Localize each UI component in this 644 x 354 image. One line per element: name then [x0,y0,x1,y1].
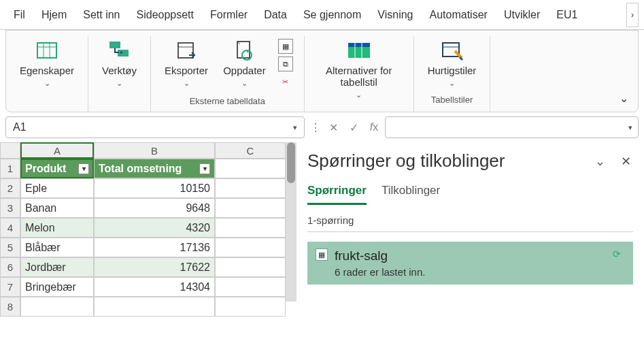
row-header[interactable]: 8 [0,297,20,317]
name-box[interactable]: A1 ▾ [5,116,305,138]
quick-styles-icon [439,39,466,62]
row-header[interactable]: 6 [0,257,20,277]
cell[interactable]: Melon [20,218,94,238]
cell[interactable]: Jordbær [20,257,94,277]
cell[interactable]: Bringebær [20,277,94,297]
cell[interactable] [215,198,286,218]
cell[interactable] [215,277,286,297]
tab-queries[interactable]: Spørringer [307,184,367,205]
select-all-corner[interactable] [0,142,20,159]
col-header[interactable]: C [215,142,286,159]
tab-utvikler[interactable]: Utvikler [496,2,548,28]
cancel-formula-button[interactable]: ✕ [326,120,340,134]
formula-bar[interactable]: ▾ [385,116,639,138]
row-header[interactable]: 1 [0,159,20,178]
row-header[interactable]: 2 [0,178,20,198]
small-browser-button[interactable]: ⧉ [278,57,293,71]
tab-se-gjennom[interactable]: Se gjennom [295,2,369,28]
export-button[interactable]: Eksporter ⌄ [159,36,214,92]
tab-automatiser[interactable]: Automatiser [422,2,496,28]
query-name: frukt-salg [335,248,606,263]
chevron-down-icon: ⌄ [116,79,122,88]
cell[interactable] [215,238,286,257]
table-styles-label: Tabellstiler [431,91,473,110]
chevron-down-icon[interactable]: ⌄ [592,154,607,169]
row-header[interactable]: 4 [0,218,20,238]
properties-button[interactable]: Egenskaper ⌄ [14,36,80,91]
cell[interactable] [94,297,215,317]
ribbon-tabs: FilHjemSett innSideoppsettFormlerDataSe … [0,0,644,30]
cell[interactable] [215,159,286,178]
cell[interactable]: 17622 [94,257,215,277]
svg-rect-11 [348,43,370,47]
quick-styles-button[interactable]: Hurtigstiler ⌄ [422,36,482,91]
tab-formler[interactable]: Formler [202,2,256,28]
close-icon[interactable]: ✕ [618,154,633,169]
col-header[interactable]: A [20,142,94,159]
table-header-label: Total omsetning [99,163,182,175]
cell[interactable] [20,297,94,317]
cell[interactable]: 14304 [94,277,215,297]
filter-button[interactable]: ▾ [78,163,89,174]
filter-button[interactable]: ▾ [199,163,210,174]
queries-connections-pane: Spørringer og tilkoblinger ⌄ ✕ Spørringe… [296,142,644,302]
accept-formula-button[interactable]: ✓ [347,120,360,134]
tab-sideoppsett[interactable]: Sideoppsett [129,2,203,28]
cell[interactable]: Banan [20,198,94,218]
spreadsheet-grid: 12345678AProdukt▾EpleBananMelonBlåbærJor… [0,142,286,302]
refresh-label: Oppdater [223,65,266,76]
cell[interactable] [215,218,286,238]
chevron-down-icon: ⌄ [184,79,190,88]
row-header[interactable]: 7 [0,277,20,297]
unlink-button[interactable]: ✂ [278,74,293,89]
tab-connections[interactable]: Tilkoblinger [382,184,440,205]
name-box-value: A1 [13,121,27,133]
external-data-label: Eksterne tabelldata [190,92,265,112]
query-count-label: 1-spørring [307,214,633,232]
query-item[interactable]: ▦ frukt-salg 6 rader er lastet inn. ⟳ [307,242,633,285]
table-style-options-button[interactable]: Alternativer for tabellstil ⌄ [313,36,405,102]
pane-title: Spørringer og tilkoblinger [307,150,505,172]
chevron-down-icon: ▾ [628,123,632,132]
chevron-down-icon: ▾ [293,123,297,132]
refresh-icon[interactable]: ⟳ [613,248,625,261]
tabs-scroll-right[interactable]: › [626,3,639,27]
vertical-scrollbar[interactable] [286,142,296,302]
tab-eu1[interactable]: EU1 [548,2,586,28]
cell[interactable]: Blåbær [20,238,94,257]
table-style-options-label: Alternativer for tabellstil [318,65,400,88]
col-header[interactable]: B [94,142,215,159]
tab-data[interactable]: Data [256,2,295,28]
cell[interactable]: Eple [20,178,94,198]
table-style-icon [345,39,373,62]
chevron-down-icon: ⌄ [44,79,50,88]
export-label: Eksporter [165,65,208,76]
chevron-down-icon: ⌄ [241,79,248,88]
small-props-button[interactable]: ▦ [278,39,293,54]
query-status: 6 rader er lastet inn. [335,266,606,278]
fx-button[interactable]: fx [367,120,381,134]
row-header[interactable]: 5 [0,238,20,257]
properties-label: Egenskaper [20,65,74,76]
row-header[interactable]: 3 [0,198,20,218]
tab-visning[interactable]: Visning [369,2,421,28]
ribbon: Egenskaper ⌄ Verktøy ⌄ Eksporter ⌄ Oppda… [5,30,639,112]
table-header-label: Produkt [25,163,66,175]
tab-hjem[interactable]: Hjem [33,2,75,28]
tab-sett-inn[interactable]: Sett inn [75,2,128,28]
cell[interactable]: 10150 [94,178,215,198]
tools-button[interactable]: Verktøy ⌄ [97,36,142,91]
cell[interactable]: 9648 [94,198,215,218]
cell[interactable] [215,178,286,198]
cell[interactable]: Total omsetning▾ [94,159,215,178]
cell[interactable]: 4320 [94,218,215,238]
refresh-button[interactable]: Oppdater ⌄ [218,36,271,92]
cell[interactable] [215,257,286,277]
refresh-icon [232,39,256,62]
tab-fil[interactable]: Fil [5,2,33,28]
cell[interactable] [215,297,286,317]
cell[interactable]: 17136 [94,238,215,257]
collapse-ribbon-button[interactable]: ⌄ [620,92,628,105]
cell[interactable]: Produkt▾ [20,159,94,178]
svg-rect-4 [109,42,120,48]
